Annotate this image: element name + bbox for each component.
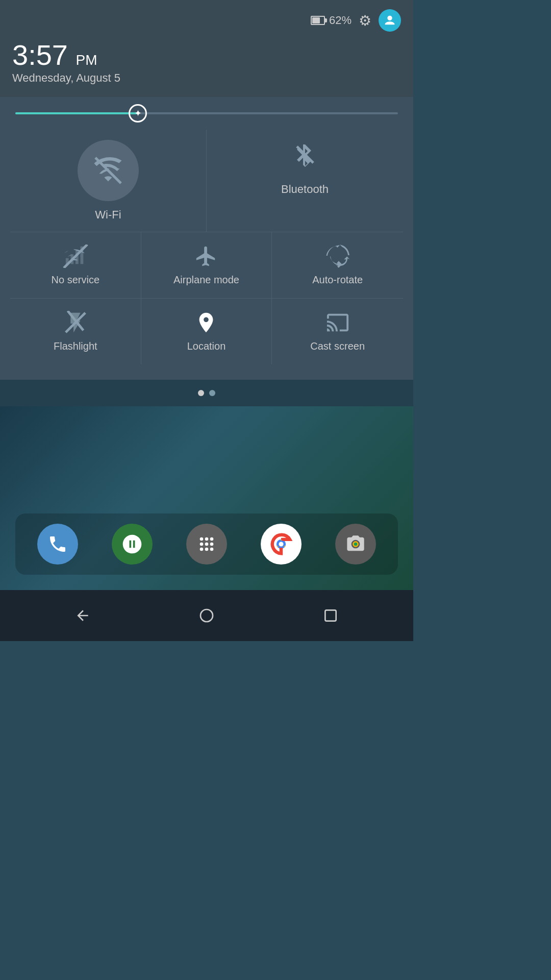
autorotate-label: Auto-rotate [312, 274, 363, 286]
dock-phone[interactable] [37, 524, 78, 565]
brightness-sun-icon: ✦ [134, 108, 142, 119]
flashlight-label: Flashlight [54, 340, 97, 352]
dock-chrome[interactable] [261, 524, 302, 565]
date-display: Wednesday, August 5 [12, 71, 401, 85]
dock-hangouts[interactable] [112, 524, 153, 565]
no-service-label: No service [52, 274, 99, 286]
avatar[interactable] [379, 9, 401, 32]
dot-2 [209, 390, 215, 396]
toggle-grid-row2: No service Airplane mode Auto-rotate [10, 232, 403, 299]
back-button[interactable] [74, 607, 91, 624]
svg-rect-21 [325, 610, 336, 621]
wifi-label: Wi-Fi [95, 208, 121, 222]
airplane-icon [194, 244, 218, 268]
svg-line-3 [64, 244, 87, 268]
svg-point-11 [210, 543, 214, 546]
flashlight-toggle[interactable]: Flashlight [10, 299, 141, 364]
brightness-thumb[interactable]: ✦ [129, 104, 147, 122]
home-screen [0, 406, 413, 590]
svg-point-14 [210, 548, 214, 551]
svg-point-17 [279, 542, 283, 546]
battery-icon [311, 16, 325, 25]
flashlight-icon [64, 311, 87, 334]
cast-icon [326, 311, 349, 334]
brightness-slider[interactable]: ✦ [15, 112, 398, 114]
airplane-label: Airplane mode [173, 274, 239, 286]
dot-1 [198, 390, 204, 396]
dock [15, 513, 398, 575]
dock-apps[interactable] [186, 524, 227, 565]
svg-point-8 [210, 537, 214, 541]
cast-screen-label: Cast screen [310, 340, 365, 352]
bluetooth-toggle[interactable]: Bluetooth [207, 130, 403, 232]
autorotate-icon [326, 244, 349, 268]
quick-settings-panel: ✦ Wi-Fi Bluetooth [0, 97, 413, 380]
time-display: 3:57 PM Wednesday, August 5 [12, 41, 401, 85]
airplane-mode-toggle[interactable]: Airplane mode [141, 232, 272, 299]
bluetooth-icon [287, 140, 323, 176]
brightness-slider-row[interactable]: ✦ [10, 112, 403, 114]
dots-indicator [0, 380, 413, 406]
svg-point-20 [201, 609, 213, 622]
location-label: Location [187, 340, 226, 352]
location-icon [194, 311, 218, 334]
toggle-grid-top: Wi-Fi Bluetooth [10, 130, 403, 232]
svg-point-10 [205, 543, 209, 546]
battery-percent: 62% [329, 14, 352, 27]
autorotate-toggle[interactable]: Auto-rotate [272, 232, 403, 299]
navigation-bar [0, 590, 413, 641]
battery-container: 62% [311, 14, 352, 27]
home-button[interactable] [198, 607, 215, 624]
brightness-fill [15, 112, 138, 114]
settings-icon[interactable]: ⚙ [359, 12, 371, 29]
no-service-toggle[interactable]: No service [10, 232, 141, 299]
no-service-icon [63, 244, 88, 268]
bluetooth-label: Bluetooth [281, 183, 329, 196]
svg-point-0 [387, 16, 392, 20]
svg-point-9 [200, 543, 204, 546]
recents-button[interactable] [322, 607, 339, 624]
toggle-grid-row3: Flashlight Location Cast screen [10, 299, 403, 364]
location-toggle[interactable]: Location [141, 299, 272, 364]
svg-point-19 [354, 543, 358, 546]
svg-point-12 [200, 548, 204, 551]
wifi-icon-circle [78, 140, 139, 201]
wifi-toggle[interactable]: Wi-Fi [10, 130, 207, 232]
time-main: 3:57 PM [12, 41, 401, 69]
svg-point-7 [205, 537, 209, 541]
svg-point-6 [200, 537, 204, 541]
cast-screen-toggle[interactable]: Cast screen [272, 299, 403, 364]
dock-camera[interactable] [335, 524, 376, 565]
status-bar: 62% ⚙ 3:57 PM Wednesday, August 5 [0, 0, 413, 97]
svg-point-13 [205, 548, 209, 551]
status-top-row: 62% ⚙ [12, 9, 401, 32]
